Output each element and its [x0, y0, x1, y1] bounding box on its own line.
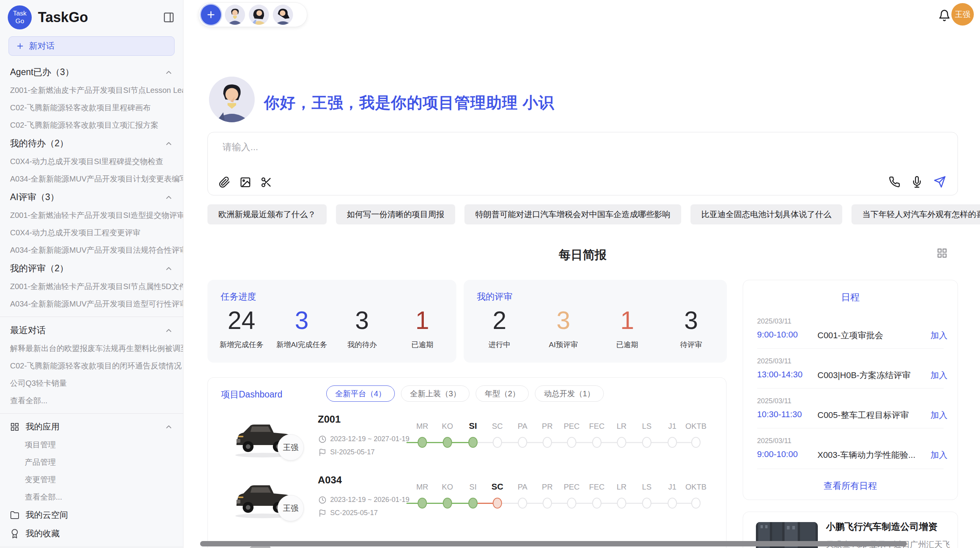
avatar[interactable]	[225, 5, 245, 25]
image-icon[interactable]	[240, 176, 251, 188]
clock-icon	[319, 435, 326, 443]
section-agent-done[interactable]: Agent已办（3）	[0, 63, 183, 82]
event-name: C003|H0B-方案冻结评审	[817, 370, 910, 381]
sidebar-item-cloud[interactable]: 我的云空间	[0, 506, 183, 524]
section-recent-chats[interactable]: 最近对话	[0, 321, 183, 340]
my-review-card: 我的评审 2进行中 3AI预评审 1已逾期 3待评审	[464, 280, 727, 363]
milestone-node-done	[418, 498, 427, 509]
layout-grid-icon[interactable]	[937, 248, 947, 259]
list-item[interactable]: C02-飞腾新能源轻客改款项目里程碑画布	[0, 99, 183, 116]
event-time: 13:00-14:30	[757, 370, 802, 380]
list-item[interactable]: Z001-全新燃油轻卡产品开发项目SI节点属性5D文件评审	[0, 278, 183, 295]
schedule-title: 日程	[743, 291, 958, 303]
section-label: 我的评审（2）	[10, 262, 69, 274]
stat-value: 3	[332, 308, 392, 334]
chevron-up-icon[interactable]	[164, 264, 173, 273]
list-item[interactable]: Z001-全新燃油轻卡产品开发项目SI造型提交物评审	[0, 207, 183, 224]
stat: 3新增AI完成任务	[272, 308, 332, 350]
list-item[interactable]: A034-全新新能源MUV产品开发项目法规符合性评审	[0, 241, 183, 259]
app-item[interactable]: 项目管理	[0, 436, 183, 454]
award-icon	[10, 529, 19, 538]
send-icon[interactable]	[934, 176, 946, 188]
chat-input-card	[207, 132, 958, 195]
chevron-up-icon[interactable]	[164, 139, 173, 148]
app-item[interactable]: 变更管理	[0, 471, 183, 488]
list-item[interactable]: C0X4-动力总成开发项目工程变更评审	[0, 224, 183, 241]
suggestion-chip[interactable]: 当下年轻人对汽车外观有怎样的喜好趋势	[852, 204, 980, 224]
stat-label: AI预评审	[531, 340, 595, 350]
event-date: 2025/03/11	[757, 357, 792, 365]
view-all-apps[interactable]: 查看全部...	[0, 488, 183, 506]
phone-icon[interactable]	[889, 176, 900, 188]
filter-chip[interactable]: 全新平台（4）	[326, 385, 395, 402]
list-item[interactable]: C0X4-动力总成开发项目SI里程碑提交物检查	[0, 153, 183, 170]
chevron-up-icon[interactable]	[164, 68, 173, 77]
stat-row: 2进行中 3AI预评审 1已逾期 3待评审	[468, 308, 723, 350]
milestone-node	[617, 437, 626, 448]
list-item[interactable]: C02-飞腾新能源轻客改款项目立项汇报方案	[0, 116, 183, 134]
milestone-progress	[406, 503, 473, 504]
chat-input[interactable]	[223, 142, 881, 152]
divider	[757, 469, 944, 469]
suggestion-chip[interactable]: 如何写一份清晰的项目周报	[336, 204, 455, 224]
join-link[interactable]: 加入	[930, 370, 947, 381]
milestone-node	[543, 437, 552, 448]
chevron-up-icon[interactable]	[164, 326, 173, 335]
apps-grid-icon	[10, 422, 19, 432]
user-avatar[interactable]: 王强	[951, 3, 974, 26]
list-item[interactable]: A034-全新新能源MUV产品开发项目造型可行性评审	[0, 295, 183, 313]
stat: 3待评审	[659, 308, 723, 350]
milestone-node	[642, 437, 651, 448]
notification-bell-icon[interactable]	[938, 9, 951, 22]
list-item[interactable]: Z001-全新燃油皮卡产品开发项目SI节点Lesson Learn报告	[0, 82, 183, 99]
section-my-todo[interactable]: 我的待办（2）	[0, 134, 183, 153]
section-my-review[interactable]: 我的评审（2）	[0, 259, 183, 278]
project-code: Z001	[318, 413, 341, 425]
new-chat-button[interactable]: 新对话	[9, 36, 175, 56]
new-session-button[interactable]	[201, 5, 221, 25]
event-date: 2025/03/11	[757, 437, 792, 445]
filter-chip[interactable]: 动总开发（1）	[535, 385, 603, 402]
avatar[interactable]	[273, 5, 293, 25]
chevron-up-icon[interactable]	[164, 193, 173, 202]
milestone-label: OKTB	[680, 483, 711, 491]
list-item[interactable]: C02-飞腾新能源轻客改款项目的闭环通告反馈情况	[0, 357, 183, 375]
list-item[interactable]: A034-全新新能源MUV产品开发项目计划变更表编写	[0, 170, 183, 188]
event-time: 10:30-11:30	[757, 409, 802, 420]
join-link[interactable]: 加入	[930, 449, 947, 461]
app-item[interactable]: 产品管理	[0, 454, 183, 471]
milestone-node	[617, 498, 626, 509]
stat: 24新增完成任务	[211, 308, 272, 350]
view-all-chats[interactable]: 查看全部...	[0, 392, 183, 409]
list-item[interactable]: 公司Q3轻卡销量	[0, 375, 183, 392]
clock-icon	[319, 496, 326, 504]
suggestion-chip[interactable]: 比亚迪全固态电池计划具体说了什么	[690, 204, 842, 224]
section-label: Agent已办（3）	[10, 66, 74, 78]
join-link[interactable]: 加入	[930, 409, 947, 421]
sidebar-toggle-icon[interactable]	[163, 12, 175, 23]
greeting-title: 你好，王强，我是你的项目管理助理 小识	[264, 92, 554, 113]
stat-label: 已逾期	[595, 340, 659, 350]
stat-value: 1	[392, 308, 452, 334]
milestone-node	[543, 498, 552, 509]
avatar[interactable]	[249, 5, 269, 25]
sidebar-item-favorites[interactable]: 我的收藏	[0, 524, 183, 543]
suggestion-chip[interactable]: 欧洲新规最近颁布了什么？	[207, 204, 327, 224]
horizontal-scrollbar[interactable]	[200, 541, 907, 546]
section-my-apps[interactable]: 我的应用	[0, 418, 183, 436]
scissors-icon[interactable]	[260, 176, 272, 188]
microphone-icon[interactable]	[911, 176, 923, 188]
suggestion-chip[interactable]: 特朗普可能对进口汽车增税会对中国车企造成哪些影响	[464, 204, 681, 224]
milestone-node	[691, 437, 701, 448]
view-all-schedule-link[interactable]: 查看所有日程	[743, 480, 958, 492]
list-item[interactable]: 解释最新出台的欧盟报废车法规再生塑料比例被调至15%...	[0, 340, 183, 357]
event-name: C001-立项审批会	[817, 330, 883, 341]
filter-chip[interactable]: 年型（2）	[476, 385, 529, 402]
chevron-up-icon[interactable]	[164, 423, 173, 431]
section-ai-review[interactable]: AI评审（3）	[0, 188, 183, 207]
milestone-node-done	[418, 437, 427, 448]
paperclip-icon[interactable]	[219, 176, 230, 188]
filter-chip[interactable]: 全新上装（3）	[401, 385, 469, 402]
project-dashboard-card: 项目Dashboard 全新平台（4） 全新上装（3） 年型（2） 动总开发（1…	[207, 377, 726, 548]
join-link[interactable]: 加入	[930, 330, 947, 341]
